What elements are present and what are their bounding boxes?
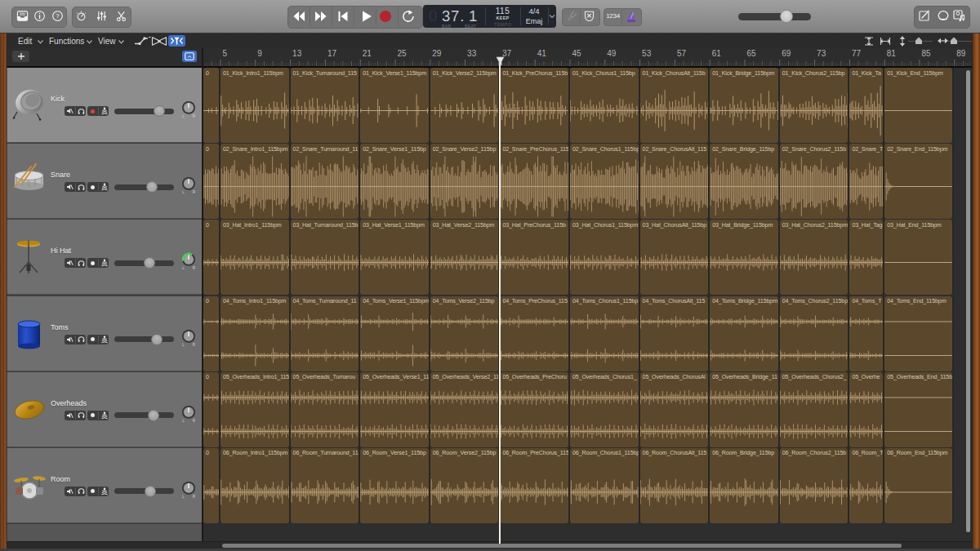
svg-text:89: 89 bbox=[956, 49, 966, 58]
svg-text:53: 53 bbox=[642, 49, 652, 58]
svg-text:41: 41 bbox=[537, 49, 547, 58]
svg-text:9: 9 bbox=[257, 49, 262, 58]
svg-text:73: 73 bbox=[817, 49, 826, 58]
svg-text:45: 45 bbox=[572, 49, 582, 58]
svg-text:33: 33 bbox=[467, 49, 477, 58]
svg-text:61: 61 bbox=[712, 49, 722, 58]
svg-text:81: 81 bbox=[887, 49, 897, 58]
svg-text:57: 57 bbox=[677, 49, 687, 58]
svg-text:69: 69 bbox=[782, 49, 791, 58]
svg-text:25: 25 bbox=[398, 49, 408, 58]
svg-text:29: 29 bbox=[432, 49, 442, 58]
svg-text:21: 21 bbox=[363, 49, 372, 58]
svg-text:17: 17 bbox=[327, 49, 337, 58]
svg-text:5: 5 bbox=[223, 49, 228, 58]
svg-text:65: 65 bbox=[747, 49, 757, 58]
svg-text:49: 49 bbox=[607, 49, 617, 58]
svg-text:?: ? bbox=[56, 12, 60, 20]
svg-text:77: 77 bbox=[852, 49, 862, 58]
svg-text:13: 13 bbox=[292, 49, 302, 58]
svg-text:85: 85 bbox=[922, 49, 932, 58]
